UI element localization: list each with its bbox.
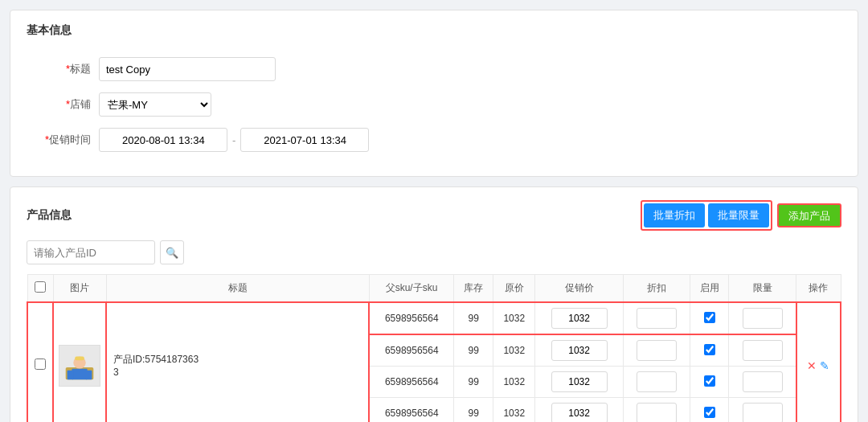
batch-limit-btn[interactable]: 批量限量 xyxy=(708,203,769,227)
svg-rect-5 xyxy=(86,371,92,380)
header-promo-price: 促销价 xyxy=(535,275,623,303)
row1-sku1: 6598956564 xyxy=(369,302,454,334)
svg-rect-6 xyxy=(75,356,84,360)
batch-discount-btn[interactable]: 批量折扣 xyxy=(644,203,705,227)
product-info-title: 产品信息 xyxy=(27,208,72,223)
row1-enabled1-cell xyxy=(690,302,729,334)
header-discount: 折扣 xyxy=(623,275,690,303)
row1-discount1-cell xyxy=(623,302,690,334)
row1-edit-icon[interactable]: ✎ xyxy=(820,359,829,372)
row1-discount3-input[interactable] xyxy=(637,371,677,392)
row1-promo-price1-input[interactable] xyxy=(551,308,608,329)
date-separator: - xyxy=(232,134,235,146)
promo-time-label: *促销时间 xyxy=(27,133,99,147)
row1-checkbox-cell xyxy=(27,302,53,422)
product-id-search-input[interactable] xyxy=(27,240,155,264)
search-row: 🔍 xyxy=(27,240,841,264)
row1-promo-price3-cell xyxy=(535,367,623,398)
row1-action-cell: ✕ ✎ xyxy=(796,302,841,422)
header-action: 操作 xyxy=(796,275,841,303)
row1-enabled4-cell xyxy=(690,398,729,423)
row1-limit2-input[interactable] xyxy=(743,340,783,361)
date-range: 📅 - 📅 xyxy=(99,128,369,152)
header-stock: 库存 xyxy=(454,275,493,303)
header-sku: 父sku/子sku xyxy=(369,275,454,303)
row1-enabled2-cell xyxy=(690,334,729,367)
row1-orig-price2: 1032 xyxy=(493,334,535,367)
title-input[interactable] xyxy=(99,57,276,81)
row1-stock3: 99 xyxy=(454,367,493,398)
row1-promo-price1-cell xyxy=(535,302,623,334)
row1-enabled4-checkbox[interactable] xyxy=(704,407,715,418)
row1-stock4: 99 xyxy=(454,398,493,423)
product-info-header: 产品信息 批量折扣 批量限量 添加产品 xyxy=(27,200,841,231)
row1-orig-price4: 1032 xyxy=(493,398,535,423)
batch-btn-group: 批量折扣 批量限量 xyxy=(641,200,772,231)
row1-limit1-cell xyxy=(729,302,796,334)
row1-limit4-cell xyxy=(729,398,796,423)
row1-enabled3-checkbox[interactable] xyxy=(704,375,715,387)
row1-discount1-input[interactable] xyxy=(637,308,677,329)
header-enabled: 启用 xyxy=(690,275,729,303)
row1-enabled3-cell xyxy=(690,367,729,398)
row1-product-subtitle: 3 xyxy=(113,367,363,378)
header-title: 标题 xyxy=(106,275,369,303)
row1-stock1: 99 xyxy=(454,302,493,334)
row1-promo-price2-input[interactable] xyxy=(551,340,608,361)
row1-image-cell xyxy=(53,302,106,422)
row1-limit3-cell xyxy=(729,367,796,398)
row1-orig-price3: 1032 xyxy=(493,367,535,398)
store-label: *店铺 xyxy=(27,97,99,112)
header-original-price: 原价 xyxy=(493,275,535,303)
row1-promo-price3-input[interactable] xyxy=(551,371,608,392)
row1-discount4-cell xyxy=(623,398,690,423)
header-checkbox-cell xyxy=(27,275,53,303)
row1-limit1-input[interactable] xyxy=(743,308,783,329)
row1-checkbox[interactable] xyxy=(35,358,46,370)
store-select[interactable]: 芒果-MY xyxy=(99,92,211,117)
select-all-checkbox[interactable] xyxy=(35,281,46,293)
row1-limit2-cell xyxy=(729,334,796,367)
row1-delete-icon[interactable]: ✕ xyxy=(807,359,817,372)
row1-discount2-input[interactable] xyxy=(637,340,677,361)
basic-info-title: 基本信息 xyxy=(27,23,841,44)
row1-enabled1-checkbox[interactable] xyxy=(704,312,715,323)
product-table: 图片 标题 父sku/子sku 库存 原价 促销价 折扣 启用 限量 操作 xyxy=(27,274,841,422)
row1-enabled2-checkbox[interactable] xyxy=(704,344,715,355)
product-image xyxy=(59,345,100,387)
row1-discount2-cell xyxy=(623,334,690,367)
svg-rect-4 xyxy=(68,371,74,380)
date-end-input[interactable] xyxy=(240,128,369,152)
header-image: 图片 xyxy=(53,275,106,303)
row1-sku4: 6598956564 xyxy=(369,398,454,423)
row1-promo-price2-cell xyxy=(535,334,623,367)
row1-discount3-cell xyxy=(623,367,690,398)
table-row: 产品ID:5754187363 3 6598956564 99 1032 xyxy=(27,302,841,334)
row1-title-cell: 产品ID:5754187363 3 xyxy=(106,302,369,422)
search-button[interactable]: 🔍 xyxy=(160,240,184,264)
row1-sku2: 6598956564 xyxy=(369,334,454,367)
search-icon: 🔍 xyxy=(166,247,178,259)
row1-orig-price1: 1032 xyxy=(493,302,535,334)
row1-product-title: 产品ID:5754187363 xyxy=(113,353,363,367)
header-limit: 限量 xyxy=(729,275,796,303)
row1-promo-price4-input[interactable] xyxy=(551,403,608,422)
row1-promo-price4-cell xyxy=(535,398,623,423)
add-product-btn[interactable]: 添加产品 xyxy=(777,203,841,227)
title-label: *标题 xyxy=(27,62,99,76)
row1-sku3: 6598956564 xyxy=(369,367,454,398)
row1-limit3-input[interactable] xyxy=(743,371,783,392)
svg-rect-3 xyxy=(72,369,87,379)
product-image-svg xyxy=(59,345,100,387)
date-start-input[interactable] xyxy=(99,128,227,152)
row1-discount4-input[interactable] xyxy=(637,403,677,422)
row1-limit4-input[interactable] xyxy=(743,403,783,422)
row1-stock2: 99 xyxy=(454,334,493,367)
